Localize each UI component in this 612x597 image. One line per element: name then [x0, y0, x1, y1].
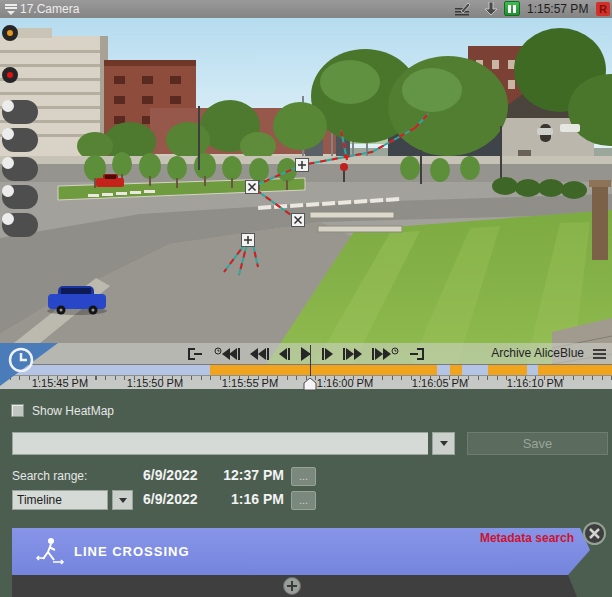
- next-interval-clock-button[interactable]: [371, 347, 399, 361]
- prev-interval-clock-button[interactable]: [213, 347, 241, 361]
- range-mode-select[interactable]: Timeline: [12, 490, 108, 510]
- action-button-3[interactable]: [2, 157, 38, 181]
- show-heatmap-label: Show HeatMap: [32, 404, 114, 418]
- timeline-ruler[interactable]: 1:15:45 PM 1:15:50 PM 1:15:55 PM 1:16:00…: [0, 375, 612, 389]
- action-button-icon: [2, 185, 14, 197]
- time-tick: 1:15:55 PM: [222, 377, 278, 389]
- line-crossing-icon: [34, 536, 66, 570]
- close-icon[interactable]: [583, 522, 606, 545]
- range-start-date[interactable]: 6/9/2022: [143, 467, 198, 483]
- add-criteria-icon[interactable]: [283, 577, 301, 595]
- collapse-icon[interactable]: [5, 4, 17, 18]
- range-end-browse-button[interactable]: ...: [291, 491, 316, 510]
- action-button-icon: [2, 128, 14, 140]
- chevron-down-icon: [440, 441, 448, 446]
- chevron-down-icon: [119, 498, 127, 503]
- action-button-5[interactable]: [2, 213, 38, 237]
- playback-bar: Archive AliceBlue: [0, 343, 612, 364]
- step-forward-button[interactable]: [321, 347, 333, 361]
- playhead-line: [310, 345, 311, 376]
- annotate-icon[interactable]: [455, 2, 472, 19]
- archive-label[interactable]: Archive AliceBlue: [491, 346, 584, 360]
- download-arrow-icon[interactable]: [484, 2, 498, 19]
- metadata-search-link[interactable]: Metadata search: [480, 531, 574, 545]
- range-mode-select-arrow[interactable]: [112, 490, 133, 510]
- save-button[interactable]: Save: [467, 432, 608, 455]
- action-button-1[interactable]: [2, 100, 38, 124]
- query-combobox-input[interactable]: [12, 432, 428, 455]
- time-tick: 1:16:05 PM: [412, 377, 468, 389]
- record-badge[interactable]: R: [596, 2, 610, 16]
- pause-button[interactable]: [504, 1, 520, 16]
- range-start-browse-button[interactable]: ...: [291, 467, 316, 486]
- time-tick: 1:16:00 PM: [317, 377, 373, 389]
- line-crossing-banner[interactable]: LINE CROSSING Metadata search: [12, 528, 590, 575]
- time-tick: 1:15:50 PM: [127, 377, 183, 389]
- fast-backward-button[interactable]: [250, 347, 270, 361]
- video-viewport[interactable]: Archive AliceBlue 1:15:45 PM 1:15:50 PM …: [0, 18, 612, 389]
- action-button-icon: [2, 100, 14, 112]
- action-button-2[interactable]: [2, 128, 38, 152]
- action-button-4[interactable]: [2, 185, 38, 209]
- step-backward-button[interactable]: [279, 347, 291, 361]
- playhead-marker[interactable]: [303, 377, 317, 395]
- time-tick: 1:16:10 PM: [507, 377, 563, 389]
- criteria-strip: [12, 575, 577, 597]
- range-start-time[interactable]: 12:37 PM: [222, 467, 284, 483]
- banner-title: LINE CROSSING: [74, 544, 190, 559]
- range-end-time[interactable]: 1:16 PM: [222, 491, 284, 507]
- jump-to-start-button[interactable]: [186, 347, 204, 361]
- current-time: 1:15:57 PM: [527, 2, 588, 16]
- alert-button[interactable]: [2, 25, 18, 41]
- camera-video-frame: [0, 18, 612, 389]
- record-button[interactable]: [2, 67, 18, 83]
- action-button-icon: [2, 213, 14, 225]
- camera-title: 17.Camera: [20, 2, 79, 16]
- window-titlebar: 17.Camera 1:15:57 PM R: [0, 0, 612, 18]
- search-range-label: Search range:: [12, 469, 87, 483]
- action-button-icon: [2, 157, 14, 169]
- show-heatmap-checkbox[interactable]: [11, 404, 24, 417]
- fast-forward-button[interactable]: [342, 347, 362, 361]
- archive-menu-icon[interactable]: [593, 349, 606, 361]
- timeline-clock-icon[interactable]: [0, 343, 60, 391]
- jump-to-end-button[interactable]: [408, 347, 426, 361]
- query-combobox-arrow[interactable]: [432, 432, 455, 455]
- timeline-band[interactable]: [0, 364, 612, 375]
- range-end-date[interactable]: 6/9/2022: [143, 491, 198, 507]
